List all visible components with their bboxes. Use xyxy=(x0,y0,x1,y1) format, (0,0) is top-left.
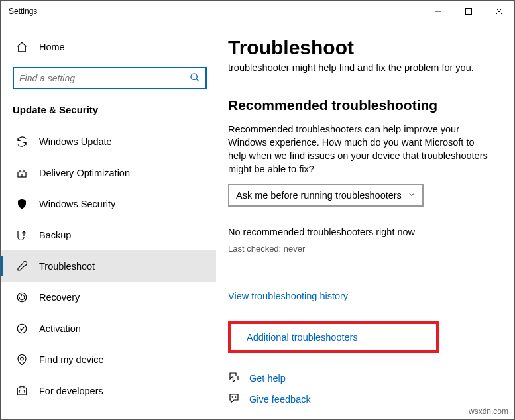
sidebar-item-windows-security[interactable]: Windows Security xyxy=(1,188,216,219)
sidebar-item-troubleshoot[interactable]: Troubleshoot xyxy=(1,250,216,282)
diagnostic-dropdown[interactable]: Ask me before running troubleshooters xyxy=(228,184,424,207)
shield-icon xyxy=(15,197,29,211)
recommended-heading: Recommended troubleshooting xyxy=(228,97,500,113)
sidebar-item-delivery-optimization[interactable]: Delivery Optimization xyxy=(1,157,216,188)
category-heading: Update & Security xyxy=(1,89,216,121)
sidebar-item-recovery[interactable]: Recovery xyxy=(1,282,216,313)
additional-troubleshooters-link[interactable]: Additional troubleshooters xyxy=(247,332,358,342)
search-field[interactable] xyxy=(19,73,190,83)
sidebar-item-label: Troubleshoot xyxy=(39,261,95,272)
sidebar-item-label: Windows Update xyxy=(39,136,112,147)
wrench-icon xyxy=(15,260,29,273)
activation-icon xyxy=(15,322,29,335)
watermark: wsxdn.com xyxy=(469,407,508,416)
home-label: Home xyxy=(39,42,65,52)
feedback-icon xyxy=(228,392,240,406)
get-help-icon xyxy=(228,371,240,385)
intro-text: troubleshooter might help find and fix t… xyxy=(228,62,500,75)
home-nav[interactable]: Home xyxy=(1,34,216,60)
sidebar-item-label: Recovery xyxy=(39,292,80,303)
home-icon xyxy=(15,40,29,54)
sidebar-item-label: Delivery Optimization xyxy=(39,168,130,178)
page-title: Troubleshoot xyxy=(228,36,500,59)
svg-point-3 xyxy=(17,293,27,302)
additional-troubleshooters-highlight: Additional troubleshooters xyxy=(228,321,439,353)
window-title: Settings xyxy=(9,7,37,16)
last-checked-text: Last checked: never xyxy=(228,244,500,254)
sidebar-item-activation[interactable]: Activation xyxy=(1,313,216,344)
footer-links: Get help Give feedback xyxy=(228,368,500,410)
dropdown-value: Ask me before running troubleshooters xyxy=(236,190,408,201)
sidebar-item-windows-update[interactable]: Windows Update xyxy=(1,126,216,157)
search-input[interactable] xyxy=(13,67,207,89)
give-feedback-link[interactable]: Give feedback xyxy=(249,394,311,405)
search-icon xyxy=(190,72,200,85)
close-button[interactable] xyxy=(484,1,514,22)
developers-icon xyxy=(15,384,29,397)
svg-rect-0 xyxy=(466,9,472,15)
delivery-icon xyxy=(15,166,29,180)
sidebar-item-label: Activation xyxy=(39,323,81,334)
no-recommended-text: No recommended troubleshooters right now xyxy=(228,227,500,237)
main-content: Troubleshoot troubleshooter might help f… xyxy=(216,22,514,420)
svg-point-7 xyxy=(232,397,233,398)
location-icon xyxy=(15,353,29,366)
minimize-button[interactable] xyxy=(423,1,453,22)
sync-icon xyxy=(15,135,29,148)
chevron-down-icon xyxy=(408,190,416,201)
nav-list: Windows Update Delivery Optimization Win… xyxy=(1,126,216,406)
titlebar: Settings xyxy=(1,1,514,22)
recovery-icon xyxy=(15,291,29,304)
backup-icon xyxy=(15,229,29,242)
svg-point-4 xyxy=(17,324,27,333)
sidebar-item-label: Backup xyxy=(39,230,71,240)
sidebar-item-backup[interactable]: Backup xyxy=(1,219,216,250)
svg-point-5 xyxy=(21,357,24,360)
sidebar-item-find-my-device[interactable]: Find my device xyxy=(1,344,216,375)
sidebar: Home Update & Security Windows Update De… xyxy=(1,22,216,420)
svg-point-8 xyxy=(235,397,237,398)
sidebar-item-label: For developers xyxy=(39,386,103,396)
view-history-link[interactable]: View troubleshooting history xyxy=(228,291,348,301)
sidebar-item-label: Find my device xyxy=(39,354,104,365)
recommended-text: Recommended troubleshooters can help imp… xyxy=(228,123,493,176)
sidebar-item-label: Windows Security xyxy=(39,199,115,209)
maximize-button[interactable] xyxy=(453,1,484,22)
sidebar-item-for-developers[interactable]: For developers xyxy=(1,375,216,406)
svg-point-1 xyxy=(191,74,197,79)
get-help-link[interactable]: Get help xyxy=(249,373,286,384)
